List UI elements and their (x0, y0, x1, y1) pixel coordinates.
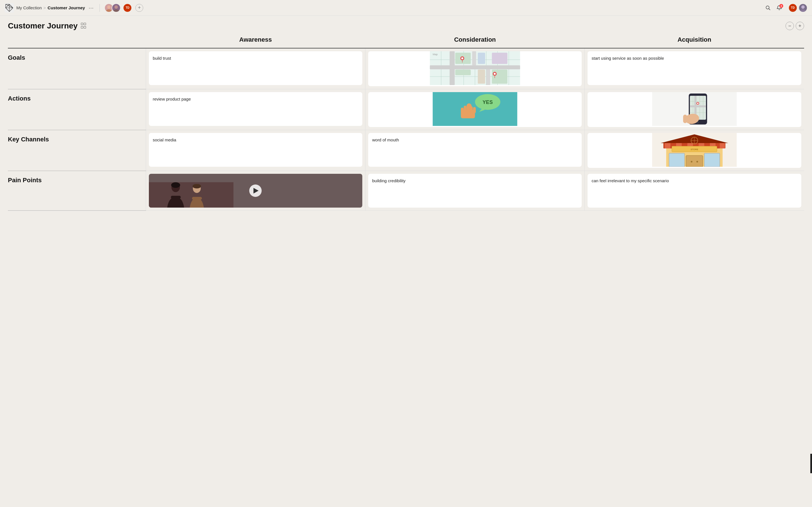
svg-point-40 (461, 57, 463, 59)
svg-line-15 (769, 8, 770, 10)
col-header-awareness: Awareness (146, 33, 365, 48)
cell-channels-consideration[interactable]: word of mouth (365, 130, 585, 171)
video-thumbnail (149, 174, 362, 208)
card-building-credibility[interactable]: building credibility (368, 174, 581, 208)
breadcrumb-collection[interactable]: My Collection (16, 5, 42, 10)
svg-point-70 (697, 103, 699, 104)
card-text: build trust (149, 51, 362, 65)
cell-pain-awareness[interactable] (146, 171, 365, 211)
card-social-media[interactable]: social media (149, 133, 362, 167)
svg-point-10 (107, 5, 110, 9)
cell-channels-acquisition[interactable]: STORE (585, 130, 804, 171)
support-tab[interactable]: Support (810, 454, 812, 473)
add-collaborator-button[interactable]: + (135, 4, 143, 12)
card-text: building credibility (368, 174, 581, 187)
row-label-actions: Actions (8, 89, 146, 130)
nav-avatar-td[interactable]: TD (788, 3, 797, 12)
card-store[interactable]: STORE (588, 133, 801, 168)
cell-actions-consideration[interactable]: YES (365, 89, 585, 130)
svg-point-88 (696, 161, 698, 163)
card-text: can feel irrelevant to my specific scena… (588, 174, 801, 187)
cell-goals-awareness[interactable]: build trust (146, 48, 365, 89)
svg-rect-36 (492, 53, 507, 64)
svg-point-43 (494, 73, 496, 75)
svg-rect-100 (192, 197, 202, 200)
cell-actions-acquisition[interactable] (585, 89, 804, 130)
svg-rect-38 (492, 69, 507, 83)
breadcrumb-separator: > (43, 5, 46, 10)
card-build-trust[interactable]: build trust (149, 51, 362, 85)
top-nav: My Collection > Customer Journey ⋯ TD + (0, 0, 812, 16)
svg-rect-52 (470, 106, 473, 113)
cell-goals-consideration[interactable]: Map (365, 48, 585, 89)
table-row: Goals build trust (8, 48, 804, 89)
svg-rect-54 (461, 108, 464, 113)
card-text: social media (149, 133, 362, 147)
zoom-out-button[interactable]: − (785, 22, 794, 30)
svg-rect-30 (430, 65, 520, 69)
table-row: Pain Points (8, 171, 804, 211)
svg-rect-82 (720, 143, 725, 149)
svg-text:STORE: STORE (691, 148, 698, 151)
svg-rect-55 (464, 106, 467, 112)
play-button[interactable] (249, 184, 262, 197)
svg-point-13 (113, 9, 119, 12)
row-label-goals: Goals (8, 48, 146, 89)
avatar-td[interactable]: TD (123, 3, 132, 12)
svg-point-12 (114, 5, 118, 9)
card-start-service[interactable]: start using service as soon as possible (588, 51, 801, 85)
logo[interactable] (4, 3, 14, 13)
svg-point-11 (106, 9, 112, 12)
page-title: Customer Journey (8, 21, 78, 31)
col-header-acquisition: Acquisition (585, 33, 804, 48)
breadcrumb: My Collection > Customer Journey (16, 5, 85, 10)
search-button[interactable] (763, 3, 772, 12)
row-label-key-channels: Key Channels (8, 130, 146, 171)
avatar-user2[interactable] (112, 3, 121, 12)
zoom-controls: − + (785, 22, 804, 30)
notifications-button[interactable]: 4 (775, 3, 784, 12)
table-row: Actions review product page YES (8, 89, 804, 130)
svg-point-97 (171, 182, 180, 188)
cell-actions-awareness[interactable]: review product page (146, 89, 365, 130)
svg-text:YES: YES (483, 100, 493, 105)
svg-point-87 (691, 161, 693, 163)
svg-rect-37 (478, 69, 485, 83)
notification-badge: 4 (779, 4, 783, 8)
card-text: start using service as soon as possible (588, 51, 801, 65)
col-header-empty (8, 33, 146, 48)
card-text: word of mouth (368, 133, 581, 147)
col-header-consideration: Consideration (365, 33, 585, 48)
cell-pain-acquisition[interactable]: can feel irrelevant to my specific scena… (585, 171, 804, 211)
zoom-in-button[interactable]: + (796, 22, 804, 30)
svg-rect-68 (690, 105, 706, 107)
breadcrumb-current: Customer Journey (48, 5, 85, 10)
more-options-button[interactable]: ⋯ (87, 4, 95, 12)
svg-rect-86 (686, 156, 703, 167)
table-row: Key Channels social media word of mouth (8, 130, 804, 171)
svg-rect-77 (665, 143, 670, 149)
svg-rect-73 (683, 115, 687, 123)
card-text: review product page (149, 92, 362, 106)
svg-point-16 (801, 5, 805, 9)
cell-pain-consideration[interactable]: building credibility (365, 171, 585, 211)
svg-rect-85 (704, 153, 720, 167)
grid-view-icon[interactable] (81, 23, 87, 29)
card-phone-map[interactable] (588, 92, 801, 127)
card-word-of-mouth[interactable]: word of mouth (368, 133, 581, 167)
card-irrelevant[interactable]: can feel irrelevant to my specific scena… (588, 174, 801, 208)
card-map[interactable]: Map (368, 51, 581, 86)
cell-goals-acquisition[interactable]: start using service as soon as possible (585, 48, 804, 89)
main-content: Awareness Consideration Acquisition Goal… (0, 33, 812, 222)
cell-channels-awareness[interactable]: social media (146, 130, 365, 171)
page-header: Customer Journey − + (0, 16, 812, 33)
card-yes[interactable]: YES (368, 92, 581, 127)
svg-rect-84 (669, 153, 684, 167)
row-label-pain-points: Pain Points (8, 171, 146, 211)
svg-point-17 (800, 9, 806, 12)
card-video[interactable] (149, 174, 362, 208)
card-review-product[interactable]: review product page (149, 92, 362, 126)
avatar-group: TD (104, 3, 132, 12)
svg-rect-53 (473, 107, 476, 113)
nav-avatar-user[interactable] (799, 3, 808, 12)
